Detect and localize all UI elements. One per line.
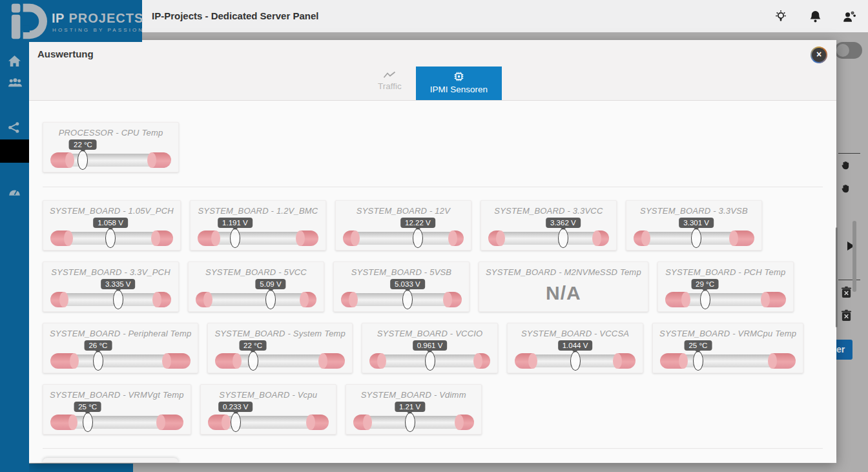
gauge-low-range bbox=[198, 231, 216, 246]
sensor-gauge: 12.22 V bbox=[343, 217, 464, 247]
gauge-high-range bbox=[156, 231, 173, 246]
sensor-value-tooltip: 3.335 V bbox=[101, 279, 136, 289]
gauge-bar bbox=[488, 232, 609, 245]
users-icon[interactable] bbox=[8, 77, 22, 92]
hand-icon[interactable] bbox=[840, 183, 852, 198]
brand-logo[interactable]: IP PROJECTS HOSTING BY PASSION bbox=[0, 0, 142, 42]
page-scrollbar-thumb[interactable] bbox=[852, 221, 856, 292]
gauge-thumb[interactable] bbox=[230, 229, 240, 248]
trash-icon[interactable] bbox=[841, 309, 852, 324]
modal-scrollbar-thumb[interactable] bbox=[836, 227, 838, 327]
tab-traffic[interactable]: Traffic bbox=[364, 67, 416, 100]
sensor-value-tooltip: 3.362 V bbox=[546, 218, 581, 228]
sensor-value-tooltip: 0.233 V bbox=[218, 402, 253, 412]
gauge-bar bbox=[198, 232, 318, 245]
gauge-bar bbox=[341, 293, 462, 306]
gauge-low-range bbox=[665, 292, 686, 307]
sensor-value-tooltip: 22 °C bbox=[239, 340, 267, 351]
gauge-thumb[interactable] bbox=[265, 290, 276, 309]
gauge-bar bbox=[50, 293, 171, 306]
gauge-thumb[interactable] bbox=[78, 150, 88, 170]
gauge-high-range bbox=[478, 353, 490, 369]
gauge-bar bbox=[50, 354, 191, 367]
gauge-thumb[interactable] bbox=[700, 290, 710, 309]
sensor-card: SYSTEM_BOARD - VRMCpu Temp 25 °C bbox=[652, 323, 803, 373]
gauge-thumb[interactable] bbox=[105, 229, 116, 248]
sensor-label: SYSTEM_BOARD - 3.3V_PCH bbox=[50, 267, 172, 277]
gauge-icon[interactable] bbox=[8, 187, 22, 201]
gauge-bar bbox=[660, 354, 796, 367]
gauge-thumb[interactable] bbox=[693, 351, 703, 371]
gauge-low-range bbox=[208, 415, 226, 430]
gauge-high-range bbox=[167, 353, 191, 369]
home-icon[interactable] bbox=[8, 55, 22, 69]
close-button[interactable]: × bbox=[811, 46, 827, 63]
sensor-card: SYSTEM_BOARD - 5VSB 5.033 V bbox=[333, 262, 470, 312]
sensor-value-tooltip: 1.058 V bbox=[93, 218, 128, 228]
hand-icon[interactable] bbox=[840, 159, 852, 174]
gauge-thumb[interactable] bbox=[93, 351, 103, 371]
gauge-thumb[interactable] bbox=[413, 229, 423, 248]
notifications-icon[interactable] bbox=[808, 9, 822, 23]
gauge-bar bbox=[196, 293, 316, 306]
gauge-low-range bbox=[515, 353, 533, 369]
modal-title: Auswertung bbox=[37, 48, 94, 59]
sensor-label: PROCESSOR - CPU Temp bbox=[50, 128, 172, 138]
sensor-card: PROCESSOR - CPU Temp 22 °C bbox=[43, 122, 179, 172]
gauge-bar bbox=[50, 154, 171, 167]
tab-ipmi-sensoren[interactable]: IPMI Sensoren bbox=[416, 67, 502, 100]
sensor-value-tooltip: 26 °C bbox=[84, 340, 112, 351]
sensor-label: SYSTEM_BOARD - Vdimm bbox=[353, 390, 475, 400]
sensor-label: SYSTEM_BOARD - 1.2V_BMC bbox=[197, 206, 319, 216]
gauge-thumb[interactable] bbox=[231, 413, 241, 432]
sensor-value-tooltip: 1.21 V bbox=[395, 402, 425, 412]
tab-label: IPMI Sensoren bbox=[430, 85, 488, 94]
sensor-gauge: 3.335 V bbox=[50, 278, 171, 308]
sensor-card: SYSTEM_BOARD - 3.3VCC 3.362 V bbox=[480, 200, 617, 251]
gauge-thumb[interactable] bbox=[113, 290, 123, 309]
sensor-gauge: 5.09 V bbox=[196, 278, 316, 308]
gauge-thumb[interactable] bbox=[691, 229, 701, 248]
sidebar-black-block bbox=[0, 139, 29, 163]
trash-icon[interactable] bbox=[841, 286, 852, 301]
gauge-high-range bbox=[453, 231, 464, 246]
sensor-gauge: 5.033 V bbox=[341, 278, 462, 308]
gauge-thumb[interactable] bbox=[558, 229, 568, 248]
background-toggle-switch[interactable] bbox=[834, 42, 862, 59]
gauge-low-range bbox=[50, 231, 68, 246]
gauge-thumb[interactable] bbox=[83, 413, 93, 432]
gauge-thumb[interactable] bbox=[248, 351, 258, 371]
sensor-label: SYSTEM_BOARD - Vcpu bbox=[207, 390, 329, 400]
gauge-thumb[interactable] bbox=[570, 351, 581, 371]
auswertung-modal: Auswertung × Traffic IPMI Sensoren PROCE… bbox=[29, 40, 836, 463]
sensor-card: SYSTEM_BOARD - VRMVgt Temp 25 °C bbox=[43, 384, 191, 435]
sensor-panel: PROCESSOR - CPU Temp 22 °C SYSTEM_BOARD … bbox=[29, 101, 836, 462]
gauge-low-range bbox=[50, 353, 74, 369]
gauge-low-range bbox=[341, 292, 353, 307]
background-divider bbox=[838, 280, 860, 280]
sensor-card: SYSTEM_BOARD - 3.3V_PCH 3.335 V bbox=[43, 262, 179, 312]
app-title: IP-Projects - Dedicated Server Panel bbox=[152, 0, 318, 32]
sensor-value-tooltip: 22 °C bbox=[69, 139, 97, 150]
sensor-value-tooltip: 1.191 V bbox=[218, 218, 253, 228]
tab-strip: Traffic IPMI Sensoren bbox=[29, 67, 836, 101]
sensor-label: SYSTEM_BOARD - 12V bbox=[342, 206, 464, 216]
sensor-gauge: 22 °C bbox=[215, 340, 345, 369]
gauge-low-range bbox=[50, 292, 64, 307]
sensor-label: SYSTEM_BOARD - Peripheral Temp bbox=[50, 329, 191, 338]
gauge-thumb[interactable] bbox=[402, 290, 413, 309]
user-settings-icon[interactable] bbox=[842, 9, 856, 23]
sensor-value-tooltip: 25 °C bbox=[74, 402, 101, 412]
sensor-value-tooltip: 0.961 V bbox=[413, 340, 448, 351]
sensor-label: SYSTEM_BOARD - 1.05V_PCH bbox=[50, 206, 174, 216]
gauge-high-range bbox=[448, 292, 462, 307]
close-icon: × bbox=[812, 48, 826, 62]
gauge-thumb[interactable] bbox=[405, 413, 415, 432]
sensor-card: SYSTEM_BOARD - 5VCC 5.09 V bbox=[188, 262, 324, 312]
sensor-card: SYSTEM_BOARD - VCCIO 0.961 V bbox=[362, 323, 498, 373]
processor-section: PROCESSOR - CPU Temp 22 °C bbox=[43, 122, 823, 187]
share-icon[interactable] bbox=[8, 121, 22, 136]
gauge-thumb[interactable] bbox=[425, 351, 435, 371]
idea-icon[interactable] bbox=[774, 9, 788, 23]
sensor-value-tooltip: 12.22 V bbox=[400, 218, 435, 228]
